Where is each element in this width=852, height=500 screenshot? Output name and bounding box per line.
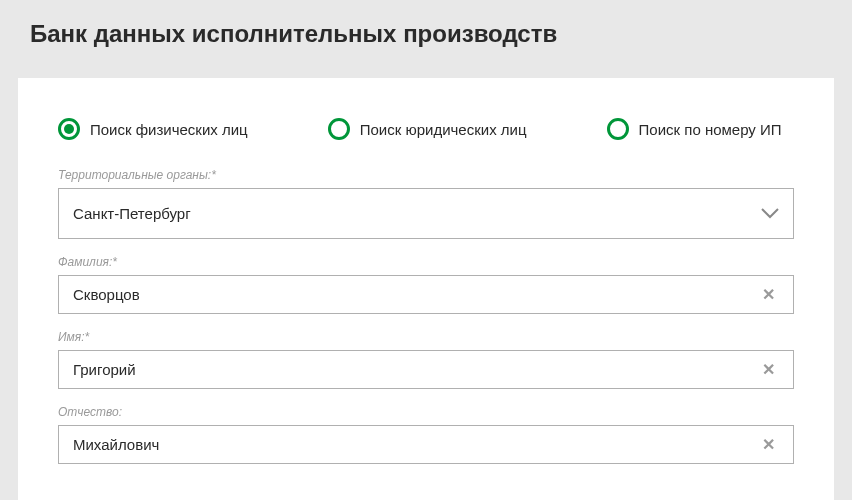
radio-ip-number[interactable]: Поиск по номеру ИП (607, 118, 782, 140)
radio-selected-icon (58, 118, 80, 140)
territory-value: Санкт-Петербург (73, 205, 761, 222)
lastname-input-wrapper: ✕ (58, 275, 794, 314)
territory-field-group: Территориальные органы:* Санкт-Петербург (58, 168, 794, 239)
firstname-input[interactable] (73, 361, 758, 378)
territory-select[interactable]: Санкт-Петербург (58, 188, 794, 239)
page-title: Банк данных исполнительных производств (30, 20, 822, 48)
radio-label: Поиск физических лиц (90, 121, 248, 138)
radio-individuals[interactable]: Поиск физических лиц (58, 118, 248, 140)
search-form-card: Поиск физических лиц Поиск юридических л… (18, 78, 834, 500)
lastname-field-group: Фамилия:* ✕ (58, 255, 794, 314)
firstname-field-group: Имя:* ✕ (58, 330, 794, 389)
clear-patronymic-icon[interactable]: ✕ (758, 435, 779, 454)
firstname-label: Имя:* (58, 330, 794, 344)
clear-firstname-icon[interactable]: ✕ (758, 360, 779, 379)
patronymic-label: Отчество: (58, 405, 794, 419)
radio-legal-entities[interactable]: Поиск юридических лиц (328, 118, 527, 140)
radio-label: Поиск по номеру ИП (639, 121, 782, 138)
search-type-radio-group: Поиск физических лиц Поиск юридических л… (58, 118, 794, 140)
radio-label: Поиск юридических лиц (360, 121, 527, 138)
territory-label: Территориальные органы:* (58, 168, 794, 182)
chevron-down-icon (761, 208, 779, 220)
patronymic-input-wrapper: ✕ (58, 425, 794, 464)
clear-lastname-icon[interactable]: ✕ (758, 285, 779, 304)
patronymic-field-group: Отчество: ✕ (58, 405, 794, 464)
radio-unselected-icon (328, 118, 350, 140)
patronymic-input[interactable] (73, 436, 758, 453)
lastname-label: Фамилия:* (58, 255, 794, 269)
lastname-input[interactable] (73, 286, 758, 303)
firstname-input-wrapper: ✕ (58, 350, 794, 389)
radio-unselected-icon (607, 118, 629, 140)
